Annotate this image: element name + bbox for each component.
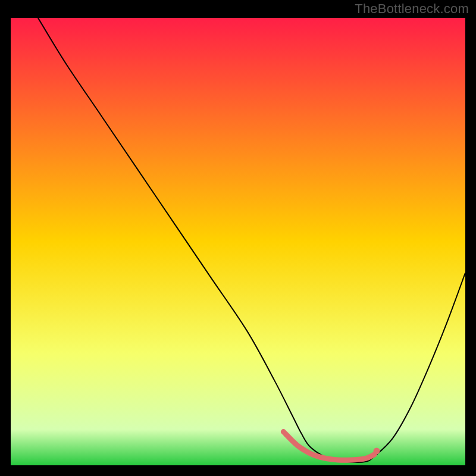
watermark-text: TheBottleneck.com: [355, 1, 469, 17]
chart-frame: TheBottleneck.com: [0, 0, 476, 476]
bottleneck-chart: [11, 18, 465, 465]
gradient-background: [11, 18, 465, 465]
plot-area: [11, 18, 465, 465]
optimal-end-marker: [374, 447, 380, 454]
